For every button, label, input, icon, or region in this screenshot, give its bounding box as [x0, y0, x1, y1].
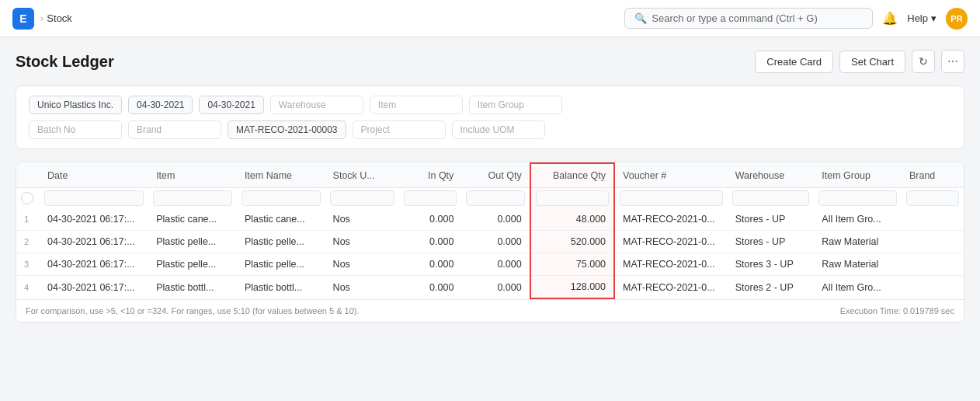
- col-filter-cell-balance-qty: [530, 188, 614, 209]
- col-header-num: [16, 163, 40, 188]
- help-button[interactable]: Help ▾: [907, 12, 937, 24]
- row-number: 3: [16, 253, 40, 276]
- table-row: 3 04-30-2021 06:17:... Plastic pelle... …: [16, 253, 964, 276]
- col-filter-item-input[interactable]: [153, 190, 232, 206]
- col-header-date[interactable]: Date: [40, 163, 148, 188]
- filter-company[interactable]: Unico Plastics Inc.: [29, 96, 122, 114]
- col-header-item-group[interactable]: Item Group: [814, 163, 902, 188]
- page-content: Stock Ledger Create Card Set Chart ↻ ⋯ U…: [0, 37, 980, 335]
- cell-brand: [902, 253, 964, 276]
- col-header-voucher[interactable]: Voucher #: [614, 163, 728, 188]
- filter-from-date[interactable]: 04-30-2021: [128, 96, 193, 114]
- cell-balance-qty: 48.000: [530, 208, 614, 231]
- filter-row-2: Batch No Brand MAT-RECO-2021-00003 Proje…: [29, 120, 951, 139]
- cell-warehouse: Stores - UP: [728, 208, 815, 231]
- filter-warehouse[interactable]: Warehouse: [270, 96, 363, 114]
- page-title: Stock Ledger: [16, 53, 114, 71]
- cell-date: 04-30-2021 06:17:...: [40, 276, 148, 299]
- col-filter-cell-stock-uom: [325, 188, 400, 209]
- nav-right: 🔍 Search or type a command (Ctrl + G) 🔔 …: [624, 8, 968, 30]
- row-number: 4: [16, 276, 40, 299]
- col-filter-cell-in-qty: [399, 188, 461, 209]
- filter-project[interactable]: Project: [353, 120, 446, 139]
- cell-warehouse: Stores 3 - UP: [728, 253, 815, 276]
- cell-voucher: MAT-RECO-2021-0...: [614, 253, 728, 276]
- cell-stock-uom: Nos: [325, 276, 400, 299]
- col-filter-out-qty-input[interactable]: [466, 190, 524, 206]
- table-footer: For comparison, use >5, <10 or =324. For…: [16, 299, 964, 322]
- search-icon: 🔍: [634, 12, 647, 24]
- cell-in-qty: 0.000: [399, 253, 461, 276]
- filter-row-1: Unico Plastics Inc. 04-30-2021 04-30-202…: [29, 96, 951, 114]
- cell-item: Plastic cane...: [148, 208, 237, 231]
- page-header: Stock Ledger Create Card Set Chart ↻ ⋯: [16, 50, 964, 73]
- cell-in-qty: 0.000: [399, 276, 461, 299]
- avatar[interactable]: PR: [946, 8, 968, 30]
- help-chevron-icon: ▾: [931, 12, 937, 24]
- col-filter-date-input[interactable]: [44, 190, 144, 206]
- search-box[interactable]: 🔍 Search or type a command (Ctrl + G): [624, 8, 873, 29]
- cell-item-name: Plastic bottl...: [237, 276, 325, 299]
- filter-card: Unico Plastics Inc. 04-30-2021 04-30-202…: [16, 85, 964, 149]
- cell-item-group: All Item Gro...: [814, 208, 902, 231]
- col-filter-in-qty-input[interactable]: [404, 190, 457, 206]
- create-card-button[interactable]: Create Card: [755, 51, 833, 73]
- filter-brand[interactable]: Brand: [128, 120, 221, 139]
- cell-warehouse: Stores - UP: [728, 231, 815, 253]
- breadcrumb-current: Stock: [47, 12, 72, 24]
- filter-include-uom[interactable]: Include UOM: [452, 120, 545, 139]
- col-filter-balance-qty-input[interactable]: [536, 190, 609, 206]
- col-filter-cell-item-name: [237, 188, 325, 209]
- cell-out-qty: 0.000: [461, 276, 530, 299]
- col-filter-brand-input[interactable]: [906, 190, 959, 206]
- col-filter-warehouse-input[interactable]: [732, 190, 810, 206]
- refresh-button[interactable]: ↻: [912, 50, 935, 73]
- col-filter-stock-uom-input[interactable]: [330, 190, 395, 206]
- top-navigation: E › Stock 🔍 Search or type a command (Ct…: [0, 0, 980, 37]
- more-options-button[interactable]: ⋯: [941, 50, 964, 73]
- col-header-item-name[interactable]: Item Name: [237, 163, 325, 188]
- cell-in-qty: 0.000: [399, 231, 461, 253]
- col-filter-voucher-input[interactable]: [620, 190, 723, 206]
- col-header-warehouse[interactable]: Warehouse: [728, 163, 815, 188]
- cell-brand: [902, 276, 964, 299]
- col-header-brand[interactable]: Brand: [902, 163, 964, 188]
- cell-balance-qty: 128.000: [530, 276, 614, 299]
- col-header-out-qty[interactable]: Out Qty: [461, 163, 530, 188]
- col-filter-cell-out-qty: [461, 188, 530, 209]
- col-header-stock-uom[interactable]: Stock U...: [325, 163, 400, 188]
- table-footer-hint: For comparison, use >5, <10 or =324. For…: [26, 306, 360, 316]
- notification-bell-icon[interactable]: 🔔: [882, 11, 898, 26]
- cell-item: Plastic pelle...: [148, 253, 237, 276]
- filter-batch-no[interactable]: Batch No: [29, 120, 122, 139]
- row-number: 2: [16, 231, 40, 253]
- cell-balance-qty: 75.000: [530, 253, 614, 276]
- table-row: 4 04-30-2021 06:17:... Plastic bottl... …: [16, 276, 964, 299]
- filter-item-group[interactable]: Item Group: [469, 96, 562, 114]
- col-filter-item-group-input[interactable]: [818, 190, 897, 206]
- column-filter-row: [16, 188, 964, 209]
- col-header-balance-qty[interactable]: Balance Qty: [530, 163, 614, 188]
- help-label: Help: [907, 12, 928, 24]
- cell-item: Plastic pelle...: [148, 231, 237, 253]
- cell-out-qty: 0.000: [461, 231, 530, 253]
- cell-balance-qty: 520.000: [530, 231, 614, 253]
- set-chart-button[interactable]: Set Chart: [839, 51, 905, 73]
- table-row: 2 04-30-2021 06:17:... Plastic pelle... …: [16, 231, 964, 253]
- stock-ledger-table: Date Item Item Name Stock U... In Qty Ou…: [16, 162, 964, 299]
- col-filter-item-name-input[interactable]: [242, 190, 321, 206]
- app-logo[interactable]: E: [12, 8, 34, 30]
- cell-item-name: Plastic cane...: [237, 208, 325, 231]
- cell-stock-uom: Nos: [325, 231, 400, 253]
- col-header-item[interactable]: Item: [148, 163, 237, 188]
- cell-brand: [902, 231, 964, 253]
- cell-voucher: MAT-RECO-2021-0...: [614, 276, 728, 299]
- table-header-row: Date Item Item Name Stock U... In Qty Ou…: [16, 163, 964, 188]
- cell-voucher: MAT-RECO-2021-0...: [614, 231, 728, 253]
- filter-item[interactable]: Item: [370, 96, 463, 114]
- filter-voucher[interactable]: MAT-RECO-2021-00003: [228, 120, 346, 139]
- col-header-in-qty[interactable]: In Qty: [399, 163, 461, 188]
- cell-warehouse: Stores 2 - UP: [728, 276, 815, 299]
- table-footer-exec-time: Execution Time: 0.019789 sec: [840, 306, 954, 316]
- filter-to-date[interactable]: 04-30-2021: [199, 96, 263, 114]
